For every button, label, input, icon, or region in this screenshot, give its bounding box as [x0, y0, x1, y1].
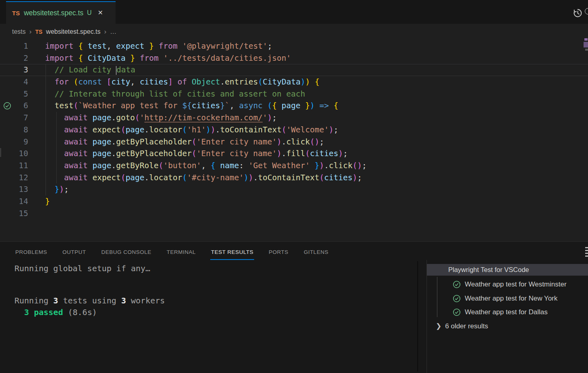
- code-text: await page.getByPlaceholder('Enter city …: [28, 148, 348, 160]
- panel-tab-output[interactable]: OUTPUT: [62, 247, 86, 258]
- line-number: 1: [14, 40, 28, 52]
- chevron-right-icon: ❯: [436, 322, 441, 330]
- terminal-line: Running 3 tests using 3 workers: [14, 295, 165, 307]
- test-result-row[interactable]: Weather app test for Dallas: [427, 305, 588, 319]
- indent-guide: [56, 112, 57, 183]
- code-line[interactable]: 6 test(`Weather app test for ${cities}`,…: [0, 100, 588, 112]
- line-number: 15: [14, 208, 28, 220]
- line-number: 3: [14, 64, 28, 76]
- code-line[interactable]: 5 // Interate through list of cities and…: [0, 88, 588, 100]
- code-line[interactable]: 2import { CityData } from '../tests/data…: [0, 52, 588, 64]
- code-text: import { test, expect } from '@playwrigh…: [28, 40, 272, 52]
- gutter: [0, 172, 14, 184]
- indent-guide: [46, 64, 46, 196]
- sash-handle[interactable]: [0, 148, 1, 157]
- gutter: [0, 76, 14, 88]
- line-number: 6: [14, 100, 28, 112]
- tab-websitetest-spec[interactable]: TS websitetest.spec.ts U ✕: [6, 1, 116, 24]
- chevron-right-icon: ›: [104, 28, 107, 36]
- code-line[interactable]: 10 await page.getByPlaceholder('Enter ci…: [0, 148, 588, 160]
- test-passed-icon: [453, 295, 461, 303]
- code-line[interactable]: 14}: [0, 196, 588, 208]
- breadcrumb-file[interactable]: websitetest.spec.ts: [46, 28, 100, 35]
- gutter: [0, 64, 14, 76]
- breadcrumb-more[interactable]: …: [110, 28, 116, 35]
- panel-tab-gitlens[interactable]: GITLENS: [304, 247, 328, 258]
- code-line[interactable]: 8 await expect(page.locator('h1')).toCon…: [0, 124, 588, 136]
- test-result-row[interactable]: Weather app test for New York: [427, 292, 588, 306]
- git-untracked-badge: U: [87, 9, 92, 16]
- tree-indent-guide: [437, 277, 437, 317]
- code-line[interactable]: 3 // Load city data: [0, 64, 588, 76]
- panel-tab-bar: PROBLEMSOUTPUTDEBUG CONSOLETERMINALTEST …: [0, 242, 588, 262]
- test-passed-icon: [453, 308, 461, 316]
- code-text: // Interate through list of cities and a…: [28, 88, 305, 100]
- minimap[interactable]: [584, 42, 588, 47]
- test-results-output[interactable]: Running global setup if any…Running 3 te…: [14, 263, 165, 318]
- gutter-test-passed-icon[interactable]: [0, 100, 14, 112]
- terminal-line: Running global setup if any…: [14, 263, 165, 274]
- test-explorer-header[interactable]: Playwright Test for VSCode: [427, 264, 588, 276]
- code-line[interactable]: 9 await page.getByPlaceholder('Enter cit…: [0, 136, 588, 148]
- code-line[interactable]: 15: [0, 208, 588, 220]
- code-text: }: [28, 196, 50, 208]
- gutter: [0, 112, 14, 124]
- panel-tab-test-results[interactable]: TEST RESULTS: [211, 247, 253, 258]
- panel-more-icon[interactable]: [585, 247, 588, 257]
- code-line[interactable]: 12 await expect(page.locator('#city-name…: [0, 172, 588, 184]
- gutter: [0, 52, 14, 64]
- code-text: test(`Weather app test for ${cities}`, a…: [28, 100, 338, 112]
- test-passed-icon: [453, 280, 461, 289]
- minimap[interactable]: [585, 49, 588, 51]
- gutter: [0, 40, 14, 52]
- line-number: 13: [14, 183, 28, 196]
- bottom-panel: PROBLEMSOUTPUTDEBUG CONSOLETERMINALTEST …: [0, 241, 588, 373]
- code-line[interactable]: 7 await page.goto('http://tim-cockerham.…: [0, 112, 588, 124]
- line-number: 11: [14, 160, 28, 172]
- line-number: 10: [14, 148, 28, 160]
- code-lines: 1import { test, expect } from '@playwrig…: [0, 40, 588, 219]
- line-number: 9: [14, 136, 28, 148]
- code-text: await expect(page.locator('h1')).toConta…: [28, 124, 338, 136]
- gutter: [0, 136, 14, 148]
- tab-filename: websitetest.spec.ts: [24, 9, 83, 17]
- history-icon[interactable]: [572, 8, 583, 19]
- test-result-label: Weather app test for New York: [465, 295, 557, 303]
- panel-tab-terminal[interactable]: TERMINAL: [167, 247, 196, 258]
- test-result-list: Weather app test for WestminsterWeather …: [427, 278, 588, 333]
- editor-tab-bar: TS websitetest.spec.ts U ✕: [0, 0, 588, 24]
- line-number: 14: [14, 196, 28, 208]
- code-line[interactable]: 11 await page.getByRole('button', { name…: [0, 160, 588, 172]
- code-editor: tests › TS websitetest.spec.ts › … 1impo…: [0, 24, 588, 241]
- line-number: 4: [14, 76, 28, 88]
- minimap[interactable]: [584, 38, 588, 41]
- typescript-file-icon: TS: [12, 10, 20, 16]
- code-text: for (const [city, cities] of Object.entr…: [28, 76, 319, 88]
- code-line[interactable]: 4 for (const [city, cities] of Object.en…: [0, 76, 588, 88]
- panel-tab-ports[interactable]: PORTS: [269, 247, 288, 258]
- typescript-file-icon: TS: [35, 29, 42, 35]
- older-results-label: 6 older results: [445, 322, 488, 330]
- panel-splitter[interactable]: [417, 261, 418, 371]
- code-text: await page.getByRole('button', { name: '…: [28, 160, 367, 172]
- terminal-line: 3 passed (8.6s): [14, 307, 165, 318]
- panel-tab-debug-console[interactable]: DEBUG CONSOLE: [101, 247, 151, 258]
- editor-actions: [572, 8, 583, 19]
- panel-tab-problems[interactable]: PROBLEMS: [15, 247, 47, 258]
- test-explorer-panel: Playwright Test for VSCode Weather app t…: [427, 260, 588, 373]
- code-text: await expect(page.locator('#city-name'))…: [28, 172, 362, 184]
- test-result-row[interactable]: Weather app test for Westminster: [427, 278, 588, 292]
- gutter: [0, 124, 14, 136]
- close-tab-icon[interactable]: ✕: [98, 10, 103, 16]
- gutter: [0, 148, 14, 160]
- code-text: await page.goto('http://tim-cockerham.co…: [28, 112, 277, 124]
- code-line[interactable]: 1import { test, expect } from '@playwrig…: [0, 40, 588, 52]
- chevron-right-icon: ›: [29, 28, 32, 36]
- older-results-row[interactable]: ❯6 older results: [427, 319, 588, 334]
- line-number: 12: [14, 172, 28, 184]
- breadcrumb-folder[interactable]: tests: [12, 28, 26, 35]
- code-line[interactable]: 13 });: [0, 183, 588, 196]
- gutter: [0, 160, 14, 172]
- partial-circle-icon[interactable]: [585, 8, 588, 14]
- vscode-window: TS websitetest.spec.ts U ✕ tests › TS we…: [0, 0, 588, 373]
